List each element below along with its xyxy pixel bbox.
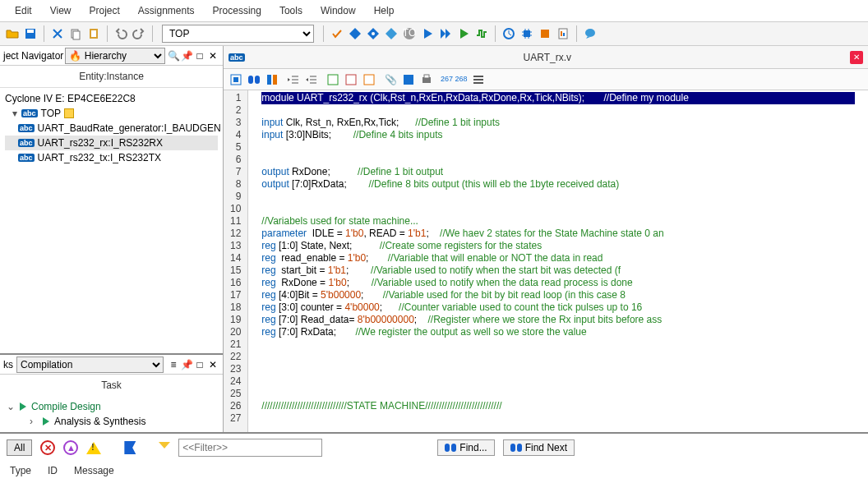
svg-rect-25 — [267, 75, 271, 85]
uncomment-icon[interactable] — [344, 72, 358, 87]
svg-marker-12 — [424, 29, 432, 39]
programmer-icon[interactable] — [538, 26, 552, 41]
binoculars-icon — [510, 444, 522, 452]
line-count-icon[interactable]: 267 268 — [441, 76, 468, 83]
task-analysis-synthesis[interactable]: › Analysis & Synthesis — [7, 414, 216, 429]
save-file-icon[interactable] — [401, 72, 416, 87]
show-instances-icon[interactable] — [229, 72, 243, 87]
filter-all-button[interactable]: All — [7, 439, 32, 456]
waveform-icon[interactable] — [474, 26, 489, 41]
menu-edit[interactable]: Edit — [7, 3, 40, 18]
run-fast-icon[interactable] — [438, 26, 453, 41]
svg-rect-31 — [364, 75, 374, 85]
redo-icon[interactable] — [132, 26, 146, 41]
find-icon[interactable] — [247, 72, 261, 87]
hierarchy-dropdown[interactable]: 🔥 Hierarchy — [65, 48, 165, 64]
fitter-icon[interactable] — [384, 26, 399, 41]
svg-text:STOP: STOP — [403, 27, 416, 39]
editor-pane: abc UART_rx.v ✕ 📎 267 268 12345678910111… — [224, 46, 868, 432]
menu-assignments[interactable]: Assignments — [130, 3, 203, 18]
save-icon[interactable] — [23, 26, 38, 41]
report-icon[interactable] — [556, 26, 570, 41]
svg-rect-3 — [73, 31, 80, 39]
copy-icon[interactable] — [68, 26, 83, 41]
code-text[interactable]: module UART_rs232_rx (Clk,Rst_n,RxEn,RxD… — [248, 90, 868, 432]
close-pane-icon[interactable]: ✕ — [206, 49, 219, 62]
search-icon[interactable]: 🔍 — [167, 49, 180, 62]
find-next-button[interactable]: Find Next — [503, 439, 575, 456]
svg-rect-21 — [563, 33, 565, 36]
paste-icon[interactable] — [86, 26, 101, 41]
tasks-title: Task — [0, 375, 223, 396]
col-message[interactable]: Message — [74, 465, 114, 476]
run-icon[interactable] — [420, 26, 435, 41]
svg-rect-32 — [404, 75, 413, 85]
svg-rect-20 — [561, 31, 562, 36]
device-node[interactable]: Cyclone IV E: EP4CE6E22C8 — [5, 91, 218, 106]
menu-window[interactable]: Window — [312, 3, 364, 18]
tree-item-tx[interactable]: abcUART_rs232_tx:I_RS232TX — [5, 150, 218, 165]
tasks-dropdown[interactable]: Compilation — [16, 356, 164, 373]
bookmark-icon[interactable] — [265, 72, 279, 87]
print-icon[interactable] — [419, 72, 434, 87]
compile-icon[interactable] — [348, 26, 362, 41]
analysis-icon[interactable] — [366, 26, 381, 41]
tasks-pin-icon[interactable]: 📌 — [180, 358, 193, 371]
funnel-icon — [159, 442, 170, 453]
indent-icon[interactable] — [304, 72, 319, 87]
svg-point-8 — [372, 32, 375, 35]
tree-item-rx[interactable]: abcUART_rs232_rx:I_RS232RX — [5, 136, 218, 150]
top-entity-dropdown[interactable]: TOP — [162, 25, 314, 43]
top-node[interactable]: ▾abcTOP — [5, 106, 218, 121]
svg-rect-34 — [424, 75, 429, 78]
filter-input[interactable] — [178, 439, 322, 457]
maximize-icon[interactable]: □ — [193, 49, 206, 62]
attach-icon[interactable]: 📎 — [383, 72, 398, 87]
main-toolbar: TOP STOP — [0, 22, 868, 46]
line-gutter: 1234567891011121314151617181920212223242… — [224, 90, 248, 432]
cut-icon[interactable] — [50, 26, 65, 41]
help-chat-icon[interactable] — [583, 26, 598, 41]
menu-processing[interactable]: Processing — [205, 3, 270, 18]
tasks-tree: ⌄ Compile Design › Analysis & Synthesis — [0, 396, 223, 432]
close-tab-icon[interactable]: ✕ — [850, 51, 863, 64]
chip-icon[interactable] — [519, 26, 534, 41]
messages-pane: All ✕ ▲ Find... Find Next Type ID Messag… — [0, 432, 868, 483]
tasks-maximize-icon[interactable]: □ — [193, 358, 206, 371]
task-compile-design[interactable]: ⌄ Compile Design — [7, 399, 216, 414]
stop-icon[interactable]: STOP — [402, 26, 417, 41]
svg-marker-9 — [386, 28, 397, 39]
outdent-icon[interactable] — [286, 72, 301, 87]
editor-filename[interactable]: UART_rx.v — [252, 52, 843, 63]
col-type[interactable]: Type — [10, 465, 31, 476]
code-area[interactable]: 1234567891011121314151617181920212223242… — [224, 90, 868, 432]
col-id[interactable]: ID — [48, 465, 58, 476]
check-icon[interactable] — [330, 26, 344, 41]
tasks-close-icon[interactable]: ✕ — [206, 358, 219, 371]
undo-icon[interactable] — [113, 26, 128, 41]
timing-icon[interactable] — [501, 26, 516, 41]
run-sim-icon[interactable] — [456, 26, 471, 41]
critical-filter-icon[interactable]: ▲ — [63, 440, 78, 455]
menu-view[interactable]: View — [42, 3, 80, 18]
svg-rect-26 — [273, 75, 277, 85]
template-icon[interactable] — [362, 72, 376, 87]
warning-filter-icon[interactable] — [86, 442, 101, 454]
open-folder-icon[interactable] — [5, 26, 20, 41]
tasks-opts-icon[interactable]: ≡ — [167, 358, 180, 371]
editor-tabs: abc UART_rx.v ✕ — [224, 46, 868, 69]
play-icon — [43, 417, 49, 426]
left-sidebar: ject Navigator 🔥 Hierarchy 🔍 📌 □ ✕ Entit… — [0, 46, 224, 432]
find-button[interactable]: Find... — [437, 439, 494, 456]
flag-filter-icon[interactable] — [124, 441, 136, 454]
menu-tools[interactable]: Tools — [271, 3, 311, 18]
menu-help[interactable]: Help — [366, 3, 403, 18]
comment-icon[interactable] — [326, 72, 340, 87]
hierarchy-tree: Cyclone IV E: EP4CE6E22C8 ▾abcTOP abcUAR… — [0, 88, 223, 353]
error-filter-icon[interactable]: ✕ — [40, 440, 55, 455]
tree-item-baudgen[interactable]: abcUART_BaudRate_generator:I_BAUDGEN — [5, 121, 218, 136]
menu-project[interactable]: Project — [81, 3, 127, 18]
pin-icon[interactable]: 📌 — [180, 49, 193, 62]
svg-marker-14 — [446, 29, 450, 39]
wrap-icon[interactable] — [471, 72, 486, 87]
